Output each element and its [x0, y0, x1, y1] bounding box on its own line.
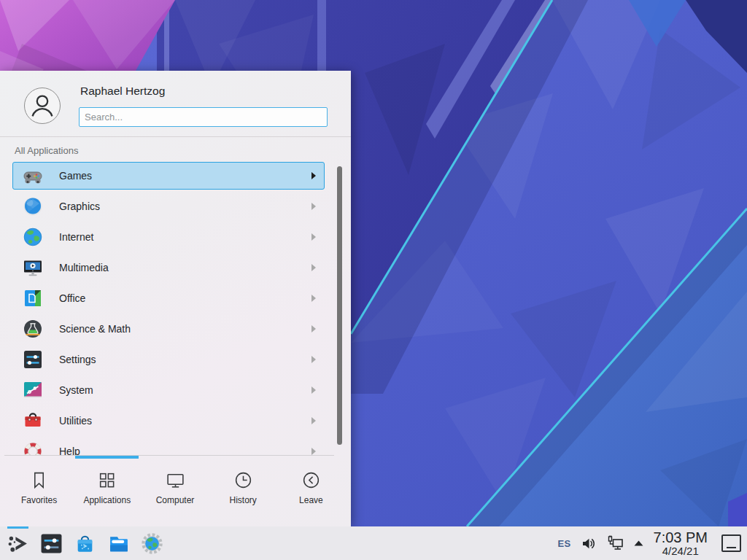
submenu-arrow-icon — [311, 448, 316, 455]
volume-icon[interactable] — [581, 536, 596, 551]
show-desktop-button[interactable] — [721, 534, 741, 552]
web-browser-button[interactable] — [141, 532, 163, 555]
tab-bar-separator — [4, 455, 334, 456]
keyboard-layout-indicator[interactable]: ES — [558, 538, 571, 549]
tab-applications[interactable]: Applications — [73, 462, 141, 521]
application-launcher-popup: Raphael Hertzog All Applications Games — [0, 71, 351, 526]
tab-label: History — [230, 495, 257, 505]
menu-item-help[interactable]: Help — [12, 438, 325, 455]
file-manager-icon — [107, 532, 130, 555]
web-browser-icon — [141, 532, 163, 555]
tab-label: Favorites — [21, 495, 57, 505]
menu-item-settings[interactable]: Settings — [12, 346, 325, 373]
menu-item-label: Help — [59, 446, 80, 455]
submenu-arrow-icon — [311, 172, 316, 179]
tab-favorites[interactable]: Favorites — [5, 462, 73, 521]
favorites-icon — [29, 470, 49, 490]
submenu-arrow-icon — [311, 417, 316, 424]
desktop: Raphael Hertzog All Applications Games — [0, 0, 747, 560]
expand-tray-icon[interactable] — [633, 539, 644, 548]
menu-item-label: Settings — [59, 354, 96, 365]
taskbar-pinned-apps — [0, 532, 163, 555]
submenu-arrow-icon — [311, 264, 316, 271]
menu-item-multimedia[interactable]: Multimedia — [12, 254, 325, 281]
menu-item-internet[interactable]: Internet — [12, 223, 325, 251]
tab-label: Applications — [83, 495, 131, 505]
menu-item-graphics[interactable]: Graphics — [12, 192, 325, 220]
section-label: All Applications — [15, 145, 78, 156]
settings-icon — [23, 349, 43, 370]
system-icon — [23, 380, 43, 400]
launcher-header: Raphael Hertzog — [0, 71, 351, 136]
active-tab-indicator — [75, 456, 139, 459]
tab-label: Computer — [156, 495, 195, 505]
multimedia-icon — [23, 257, 43, 278]
menu-item-label: Science & Math — [59, 323, 131, 335]
graphics-icon — [23, 196, 43, 217]
application-launcher-icon — [7, 532, 29, 555]
submenu-arrow-icon — [311, 233, 316, 241]
tab-leave[interactable]: Leave — [277, 462, 345, 521]
help-icon — [23, 441, 43, 455]
clock-time: 7:03 PM — [654, 530, 708, 545]
discover-icon — [74, 532, 96, 555]
network-icon[interactable] — [605, 535, 624, 552]
system-settings-button[interactable] — [40, 532, 63, 555]
tab-label: Leave — [299, 495, 323, 505]
games-icon — [23, 166, 43, 186]
menu-item-label: Internet — [59, 231, 93, 243]
menu-item-label: Graphics — [59, 201, 100, 212]
system-tray: ES 7:03 PM 4/24/21 — [558, 530, 747, 556]
user-avatar-icon[interactable] — [24, 88, 61, 124]
discover-button[interactable] — [74, 532, 96, 555]
office-icon — [23, 288, 43, 308]
utilities-icon — [23, 411, 43, 431]
launcher-tab-bar: Favorites Applications Computer — [5, 462, 345, 521]
internet-icon — [23, 227, 43, 247]
submenu-arrow-icon — [311, 356, 316, 363]
tab-history[interactable]: History — [209, 462, 277, 521]
menu-item-system[interactable]: System — [12, 376, 325, 404]
science-math-icon — [23, 319, 43, 339]
clock-date: 4/24/21 — [662, 545, 699, 556]
system-settings-icon — [40, 532, 63, 555]
submenu-arrow-icon — [311, 203, 316, 210]
menu-item-label: Games — [59, 170, 92, 182]
header-separator — [0, 136, 351, 137]
launcher-active-indicator — [7, 526, 28, 529]
submenu-arrow-icon — [311, 295, 316, 302]
menu-item-label: Multimedia — [59, 262, 109, 273]
application-launcher-button[interactable] — [7, 532, 29, 555]
file-manager-button[interactable] — [107, 532, 130, 555]
user-name: Raphael Hertzog — [80, 85, 165, 98]
menu-item-label: Utilities — [59, 415, 92, 427]
menu-item-utilities[interactable]: Utilities — [12, 407, 325, 435]
scrollbar[interactable] — [337, 166, 342, 445]
menu-item-label: System — [59, 384, 93, 396]
menu-item-label: Office — [59, 292, 85, 304]
tab-computer[interactable]: Computer — [141, 462, 209, 521]
taskbar-panel: ES 7:03 PM 4/24/21 — [0, 526, 747, 560]
submenu-arrow-icon — [311, 386, 316, 394]
menu-item-games[interactable]: Games — [12, 162, 325, 190]
submenu-arrow-icon — [311, 325, 316, 332]
applications-icon — [97, 470, 117, 490]
digital-clock[interactable]: 7:03 PM 4/24/21 — [654, 530, 708, 556]
menu-item-science-math[interactable]: Science & Math — [12, 315, 325, 343]
search-input[interactable] — [79, 107, 328, 127]
history-icon — [233, 470, 253, 490]
computer-icon — [166, 470, 185, 490]
menu-item-office[interactable]: Office — [12, 284, 325, 312]
leave-icon — [301, 470, 321, 490]
category-list: Games Graphics — [12, 162, 325, 455]
